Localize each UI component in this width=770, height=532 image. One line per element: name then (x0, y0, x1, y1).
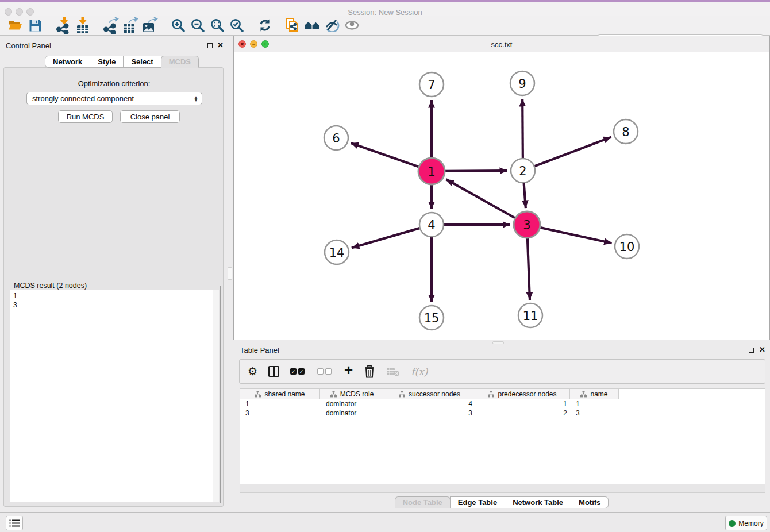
function-builder-button[interactable]: f(x) (411, 366, 428, 377)
tab-mcds[interactable]: MCDS (161, 56, 199, 68)
network-canvas[interactable]: 1234678910111415 (234, 52, 769, 340)
show-all-networks-button[interactable] (303, 17, 322, 34)
zoom-in-button[interactable] (168, 17, 188, 34)
import-table-icon (75, 17, 90, 34)
import-network-button[interactable] (53, 17, 73, 34)
delete-table-button[interactable] (386, 367, 400, 377)
save-session-button[interactable] (25, 17, 45, 34)
table-row[interactable]: 1dominator411 (240, 399, 765, 408)
table-cell[interactable]: 3 (384, 408, 475, 418)
float-table-panel-icon[interactable] (749, 348, 754, 353)
hide-graphics-details-button[interactable] (342, 17, 361, 34)
network-graph: 1234678910111415 (234, 52, 769, 340)
column-header-name[interactable]: name (570, 388, 619, 399)
tab-edge-table[interactable]: Edge Table (450, 496, 505, 508)
node-label-11: 11 (523, 309, 538, 323)
table-scrollbar[interactable] (240, 484, 765, 493)
edge-2-9[interactable] (522, 99, 523, 159)
add-column-button[interactable]: + (344, 361, 353, 379)
node-label-10: 10 (619, 240, 635, 254)
edge-2-8[interactable] (534, 137, 611, 167)
columns-icon (268, 366, 279, 377)
node-label-1: 1 (428, 165, 435, 179)
tab-select[interactable]: Select (123, 56, 161, 68)
criterion-value: strongly connected component (32, 94, 134, 103)
run-mcds-button[interactable]: Run MCDS (58, 110, 113, 123)
show-graphics-details-button[interactable] (322, 17, 342, 34)
tab-node-table[interactable]: Node Table (395, 496, 451, 508)
table-cell[interactable]: 3 (570, 408, 619, 418)
import-table-button[interactable] (73, 17, 93, 34)
export-network-button[interactable] (101, 17, 121, 34)
duplicate-network-button[interactable] (283, 17, 303, 34)
float-panel-icon[interactable] (207, 43, 213, 48)
optimization-criterion-label: Optimization criterion: (4, 79, 224, 88)
table-cell[interactable]: 1 (570, 399, 619, 408)
table-divider-handle[interactable] (492, 341, 504, 344)
edge-1-2[interactable] (445, 171, 507, 171)
table-cell[interactable] (619, 408, 765, 418)
table-cell[interactable]: 3 (240, 408, 320, 418)
checked-box-icon: ✓ (290, 368, 297, 375)
delete-column-button[interactable] (364, 365, 375, 378)
close-table-panel-icon[interactable]: ✕ (759, 347, 765, 352)
apply-layout-button[interactable] (255, 17, 275, 34)
table-row[interactable]: 3dominator323 (240, 408, 765, 418)
divider-handle[interactable] (228, 267, 232, 280)
zoom-out-icon (191, 18, 205, 33)
column-header-successor-nodes[interactable]: successor nodes (384, 388, 475, 399)
select-columns-button[interactable] (268, 366, 279, 377)
zoom-out-button[interactable] (188, 17, 207, 34)
export-table-icon (122, 17, 138, 34)
close-panel-icon[interactable]: ✕ (217, 43, 224, 48)
table-cell[interactable]: 1 (240, 399, 320, 408)
export-image-button[interactable] (140, 17, 160, 34)
column-header-mcds-role[interactable]: MCDS role (320, 388, 384, 399)
memory-button[interactable]: Memory (725, 516, 767, 530)
table-divider[interactable] (233, 340, 770, 345)
criterion-dropdown[interactable]: strongly connected component ▲▼ (26, 92, 202, 105)
tab-network[interactable]: Network (45, 56, 90, 68)
table-toolbar: ⚙ ✓✓ + (239, 359, 765, 384)
task-history-button[interactable] (6, 516, 23, 530)
export-table-button[interactable] (121, 17, 140, 34)
close-panel-button[interactable]: Close panel (120, 110, 180, 123)
zoom-selected-button[interactable] (227, 17, 247, 34)
column-header-predecessor-nodes[interactable]: predecessor nodes (475, 388, 570, 399)
export-image-icon (142, 17, 158, 34)
table-cell[interactable]: 1 (475, 399, 570, 408)
edge-3-11[interactable] (528, 238, 530, 300)
tab-network-table[interactable]: Network Table (505, 496, 571, 508)
table-cell[interactable]: 2 (475, 408, 570, 418)
edge-2-3[interactable] (524, 183, 526, 208)
mcds-tab-content: Optimization criterion: strongly connect… (3, 67, 224, 507)
table-cell[interactable]: dominator (320, 399, 384, 408)
node-label-6: 6 (332, 132, 340, 145)
result-scrollbar[interactable] (213, 290, 219, 502)
table-cell[interactable]: dominator (320, 408, 384, 418)
table-cell[interactable]: 4 (384, 399, 475, 408)
column-header-shared-name[interactable]: shared name (240, 388, 320, 399)
control-panel: Control Panel ✕ NetworkStyleSelectMCDS O… (0, 36, 227, 512)
mcds-result-list[interactable]: 13 (10, 290, 213, 502)
column-tree-icon (255, 391, 261, 398)
select-all-rows-button[interactable]: ✓✓ (290, 368, 306, 375)
edge-4-14[interactable] (352, 228, 420, 248)
panel-divider[interactable] (227, 36, 233, 512)
edge-3-10[interactable] (540, 228, 611, 243)
table-settings-button[interactable]: ⚙ (248, 365, 257, 378)
zoom-fit-button[interactable] (207, 17, 227, 34)
titlebar: Session: New Session (0, 2, 770, 16)
trash-icon (364, 365, 375, 378)
tab-style[interactable]: Style (90, 56, 124, 68)
edge-3-1[interactable] (446, 179, 515, 218)
edge-1-6[interactable] (351, 143, 419, 167)
deselect-all-rows-button[interactable] (317, 368, 333, 375)
node-label-7: 7 (428, 78, 435, 92)
open-session-button[interactable] (6, 17, 25, 34)
fx-icon: f(x) (411, 366, 428, 377)
import-network-icon (56, 17, 71, 34)
column-tree-icon (580, 391, 587, 398)
tab-motifs[interactable]: Motifs (571, 496, 609, 508)
table-cell[interactable] (619, 399, 765, 408)
